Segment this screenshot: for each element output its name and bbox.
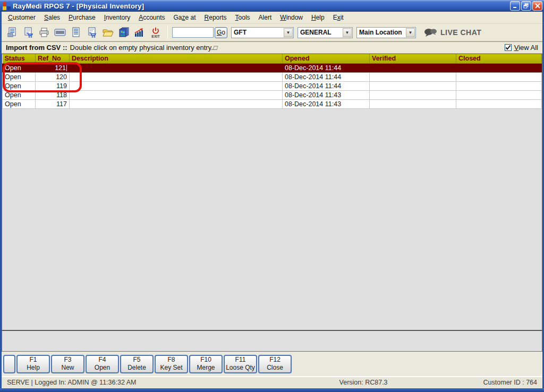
exit-label: EXIT [151,35,160,38]
cell-verified[interactable] [370,81,456,90]
go-button[interactable]: Go [215,27,227,38]
menu-bar: CustomerSalesPurchaseInventoryAccountsGa… [2,12,542,24]
cell-ref[interactable]: 120 [36,72,70,81]
chat-bubbles-icon [423,28,437,37]
gallery-icon[interactable] [116,25,131,39]
function-button-key-set[interactable]: F8Key Set [155,355,188,373]
cell-desc[interactable] [70,90,283,99]
exit-button[interactable]: EXIT [148,25,163,39]
title-bar: RayMedi RPOS 7 - [Physical Inventory] [0,0,544,12]
cell-verified[interactable] [370,72,456,81]
company-dropdown[interactable]: GFT ▼ [231,27,294,38]
cell-verified[interactable] [370,63,456,72]
close-button[interactable] [532,1,542,11]
cell-verified[interactable] [370,99,456,108]
minimize-button[interactable] [510,1,520,11]
menu-item-exit[interactable]: Exit [329,12,348,23]
column-header-description[interactable]: Description [70,54,283,63]
table-row[interactable]: Open12008-Dec-2014 11:44 [3,72,542,81]
cell-opened[interactable]: 08-Dec-2014 11:43 [283,90,370,99]
function-button-delete[interactable]: F5Delete [120,355,154,373]
chevron-down-icon[interactable]: ▼ [406,28,415,37]
category-dropdown[interactable]: GENERAL ▼ [298,27,353,38]
cell-status[interactable]: Open [3,81,36,90]
barcode-icon[interactable] [53,25,67,39]
chevron-down-icon[interactable]: ▼ [343,28,352,37]
menu-item-tools[interactable]: Tools [231,12,254,23]
lower-panel [2,330,542,352]
function-button-help[interactable]: F1Help [16,355,50,373]
printer-icon[interactable] [37,25,52,39]
restore-button[interactable] [521,1,531,11]
menu-item-alert[interactable]: Alert [254,12,276,23]
cell-opened[interactable]: 08-Dec-2014 11:44 [283,72,370,81]
column-header-verified[interactable]: Verified [370,54,456,63]
info-title: Import from CSV :: [6,44,67,52]
table-row[interactable]: Open11908-Dec-2014 11:44 [3,81,542,90]
cell-closed[interactable] [456,90,542,99]
menu-item-gaze-at[interactable]: Gaze at [169,12,200,23]
cell-status[interactable]: Open [3,99,36,108]
cell-status[interactable]: Open [3,90,36,99]
menu-item-sales[interactable]: Sales [40,12,64,23]
status-version: Version: RC87.3 [339,379,388,386]
cell-closed[interactable] [456,81,542,90]
column-header-opened[interactable]: Opened [283,54,370,63]
function-button-blank[interactable] [3,355,15,373]
function-button-merge[interactable]: F10Merge [189,355,223,373]
cell-desc[interactable] [70,99,283,108]
status-bar: SERVE | Logged In: ADMIN @ 11:36:32 AM V… [2,376,542,388]
billing-icon[interactable] [5,25,20,39]
inventory-table: StatusRef_NoDescriptionOpenedVerifiedClo… [2,54,542,109]
function-button-open[interactable]: F4Open [86,355,119,373]
live-chat-button[interactable]: LIVE CHAT [423,28,481,37]
table-row[interactable]: Open12108-Dec-2014 11:44 [3,63,542,72]
cell-desc[interactable] [70,72,283,81]
open-folder-icon[interactable] [100,25,115,39]
toolbar: EXIT Go GFT ▼ GENERAL ▼ Main Location ▼ … [2,24,542,41]
cell-desc[interactable] [70,63,283,72]
function-button-close[interactable]: F12Close [258,355,292,373]
sales-cart-icon[interactable] [84,25,99,39]
menu-item-accounts[interactable]: Accounts [134,12,169,23]
cell-ref[interactable]: 118 [36,90,70,99]
cell-ref[interactable]: 117 [36,99,70,108]
column-header-status[interactable]: Status [3,54,36,63]
cell-desc[interactable] [70,81,283,90]
table-header-row: StatusRef_NoDescriptionOpenedVerifiedClo… [3,54,542,63]
cell-opened[interactable]: 08-Dec-2014 11:44 [283,81,370,90]
function-button-loose-qty[interactable]: F11Loose Qty [224,355,257,373]
cell-opened[interactable]: 08-Dec-2014 11:44 [283,63,370,72]
table-row[interactable]: Open11708-Dec-2014 11:43 [3,99,542,108]
cell-closed[interactable] [456,63,542,72]
cell-status[interactable]: Open [3,63,36,72]
cell-status[interactable]: Open [3,72,36,81]
chart-icon[interactable] [132,25,147,39]
view-all-checkbox[interactable] [505,44,512,51]
purchase-cart-icon[interactable] [21,25,36,39]
chevron-down-icon[interactable]: ▼ [284,28,293,37]
company-dropdown-value: GFT [232,29,283,36]
location-dropdown-value: Main Location [357,29,405,36]
menu-item-inventory[interactable]: Inventory [100,12,134,23]
cell-ref[interactable]: 121 [36,63,70,72]
menu-item-window[interactable]: Window [276,12,307,23]
cell-verified[interactable] [370,90,456,99]
location-dropdown[interactable]: Main Location ▼ [356,27,416,38]
view-all-control[interactable]: View All [505,44,538,52]
search-input[interactable] [172,27,214,38]
document-list-icon[interactable] [69,25,83,39]
info-message: Double click on empty physical inventory… [70,44,213,52]
column-header-ref_no[interactable]: Ref_No [36,54,70,63]
menu-item-customer[interactable]: Customer [4,12,40,23]
table-row[interactable]: Open11808-Dec-2014 11:43 [3,90,542,99]
cell-closed[interactable] [456,72,542,81]
function-button-new[interactable]: F3New [51,355,84,373]
cell-opened[interactable]: 08-Dec-2014 11:43 [283,99,370,108]
menu-item-purchase[interactable]: Purchase [64,12,100,23]
column-header-closed[interactable]: Closed [456,54,542,63]
cell-closed[interactable] [456,99,542,108]
cell-ref[interactable]: 119 [36,81,70,90]
menu-item-reports[interactable]: Reports [200,12,231,23]
menu-item-help[interactable]: Help [307,12,329,23]
